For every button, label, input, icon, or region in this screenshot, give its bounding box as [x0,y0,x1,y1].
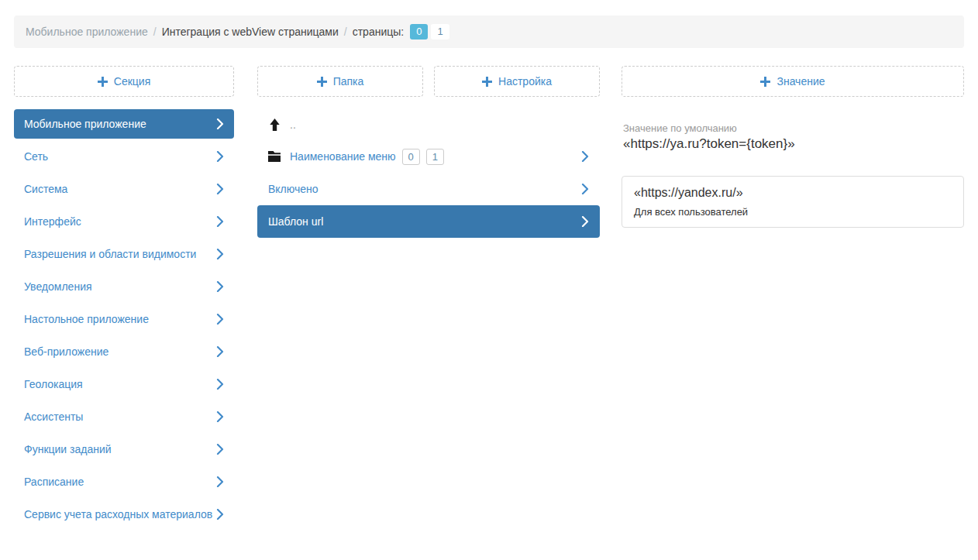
chevron-right-icon [581,151,589,162]
sections-list: Мобильное приложение Сеть Система Интерф… [14,109,234,529]
default-value-label: Значение по умолчанию [623,122,964,134]
sidebar-item-notifications[interactable]: Уведомления [14,272,234,301]
sidebar-item-label: Мобильное приложение [24,118,216,130]
breadcrumb-item-mobile-app[interactable]: Мобильное приложение [26,26,148,38]
sidebar-item-desktop-app[interactable]: Настольное приложение [14,304,234,334]
setting-item-url-template[interactable]: Шаблон url [257,205,600,238]
folder-item-menu-name[interactable]: Наименование меню 0 1 [257,140,600,173]
pages-count-badge-other[interactable]: 1 [431,24,449,40]
folder-name-text: Наименование меню [290,150,396,163]
sidebar-item-network[interactable]: Сеть [14,142,234,171]
add-section-button[interactable]: Секция [14,66,234,97]
plus-icon [482,77,492,87]
setting-item-label: Включено [268,183,319,195]
sidebar-item-label: Интерфейс [24,215,216,228]
breadcrumb-item-pages-label: страницы: [353,26,405,38]
folder-count-badge-1: 1 [426,149,444,165]
settings-list: .. Наименование меню 0 1 Включено [257,109,600,238]
value-card[interactable]: «https://yandex.ru/» Для всех пользовате… [622,176,964,228]
add-section-label: Секция [114,75,150,88]
chevron-right-icon [216,314,224,325]
chevron-right-icon [581,216,589,227]
chevron-right-icon [581,184,589,194]
chevron-right-icon [216,119,224,129]
values-column: Значение Значение по умолчанию «https://… [622,66,964,532]
value-card-text: «https://yandex.ru/» [634,186,952,200]
setting-item-enabled[interactable]: Включено [257,173,600,205]
add-folder-label: Папка [333,75,364,88]
plus-icon [98,77,108,87]
sidebar-item-label: Геолокация [24,378,216,390]
chevron-right-icon [216,379,224,390]
add-value-label: Значение [777,75,825,88]
sidebar-item-label: Настольное приложение [24,313,216,325]
breadcrumb-item-webview-integration[interactable]: Интеграция с webView страницами [162,26,339,38]
sidebar-item-interface[interactable]: Интерфейс [14,207,234,236]
chevron-right-icon [216,346,224,357]
folder-up-row[interactable]: .. [257,109,600,140]
sidebar-item-label: Функции заданий [24,443,216,455]
value-card-scope: Для всех пользователей [634,206,952,218]
add-value-button[interactable]: Значение [622,66,964,97]
sidebar-item-schedule[interactable]: Расписание [14,467,234,496]
chevron-right-icon [216,476,224,487]
folder-up-label: .. [290,119,296,131]
sidebar-item-label: Веб-приложение [24,345,216,358]
sidebar-item-label: Разрешения и области видимости [24,248,216,260]
add-setting-button[interactable]: Настройка [434,66,600,97]
default-value-block: Значение по умолчанию «https://ya.ru?tok… [622,122,964,152]
add-folder-button[interactable]: Папка [257,66,423,97]
sidebar-item-permissions[interactable]: Разрешения и области видимости [14,239,234,269]
sidebar-item-label: Расписание [24,476,216,488]
chevron-right-icon [216,216,224,227]
sidebar-item-label: Уведомления [24,280,216,293]
folder-item-label: Наименование меню 0 1 [290,149,444,165]
folder-icon [268,151,281,162]
sidebar-item-label: Сервис учета расходных материалов [24,507,216,522]
sidebar-item-label: Сеть [24,150,216,163]
breadcrumb-separator: / [153,26,157,38]
chevron-right-icon [216,184,224,194]
sidebar-item-mobile-app[interactable]: Мобильное приложение [14,109,234,139]
sidebar-item-label: Ассистенты [24,411,216,423]
chevron-right-icon [216,444,224,455]
plus-icon [760,77,770,87]
plus-icon [317,77,327,87]
sidebar-item-task-functions[interactable]: Функции заданий [14,435,234,464]
default-value-text: «https://ya.ru?token={token}» [623,136,964,152]
chevron-right-icon [216,249,224,259]
chevron-right-icon [216,411,224,422]
settings-column: Папка Настройка .. [257,66,600,532]
chevron-right-icon [216,151,224,162]
settings-page: Мобильное приложение / Интеграция с webV… [0,15,978,560]
sidebar-item-assistants[interactable]: Ассистенты [14,402,234,431]
folder-count-badge-0: 0 [402,149,420,165]
sections-column: Секция Мобильное приложение Сеть Система… [14,66,234,532]
breadcrumb-separator: / [344,26,347,38]
sidebar-item-consumables-service[interactable]: Сервис учета расходных материалов [14,500,234,529]
sidebar-item-label: Система [24,183,216,195]
breadcrumb: Мобильное приложение / Интеграция с webV… [14,15,964,48]
chevron-right-icon [216,281,224,292]
sidebar-item-web-app[interactable]: Веб-приложение [14,337,234,366]
sidebar-item-system[interactable]: Система [14,174,234,204]
pages-count-badge-selected[interactable]: 0 [410,24,428,40]
up-arrow-icon [268,119,281,131]
setting-item-label: Шаблон url [268,215,323,228]
sidebar-item-geolocation[interactable]: Геолокация [14,369,234,399]
chevron-right-icon [216,509,224,520]
add-setting-label: Настройка [498,75,552,88]
